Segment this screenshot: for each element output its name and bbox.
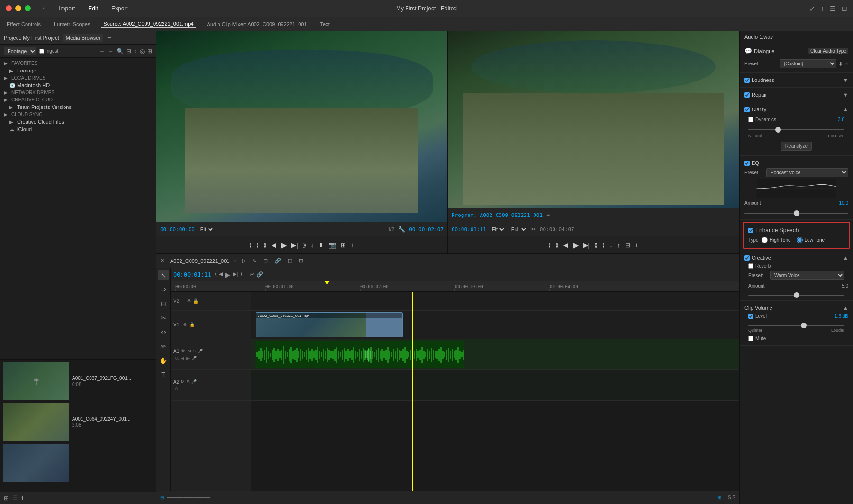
a1-vol-right[interactable]: ▶ bbox=[186, 356, 190, 360]
tl-link-btn[interactable]: 🔗 bbox=[256, 271, 263, 278]
info-icon[interactable]: ℹ bbox=[21, 495, 24, 502]
enhance-speech-checkbox[interactable] bbox=[748, 228, 753, 233]
program-timecode[interactable]: 00:00:01:11 bbox=[452, 226, 486, 233]
low-tone-radio[interactable] bbox=[797, 237, 803, 243]
fullscreen-button[interactable] bbox=[25, 5, 31, 11]
mute-checkbox[interactable] bbox=[748, 336, 753, 341]
creative-cloud-section[interactable]: ▶ Creative Cloud bbox=[0, 96, 156, 103]
creative-amount-slider[interactable] bbox=[748, 295, 844, 296]
tab-lumetri[interactable]: Lumetri Scopes bbox=[52, 20, 92, 28]
sort-icon[interactable]: ↕ bbox=[134, 48, 137, 54]
level-checkbox[interactable] bbox=[748, 314, 753, 319]
tl-mark-btn[interactable]: ⟨ bbox=[215, 271, 217, 279]
ingest-checkbox[interactable] bbox=[39, 49, 44, 54]
grid-view-icon[interactable]: ⊞ bbox=[4, 495, 9, 502]
video-clip[interactable]: A002_C009_092221_001.mp4 bbox=[256, 312, 403, 337]
step-forward-btn[interactable]: ⟫ bbox=[303, 242, 306, 249]
prog-extract[interactable]: ⊟ bbox=[625, 242, 630, 249]
edit-menu[interactable]: Edit bbox=[86, 4, 100, 13]
repair-expand-icon[interactable]: ▼ bbox=[843, 92, 848, 98]
creative-cloud-files[interactable]: ▶ Creative Cloud Files bbox=[0, 118, 156, 126]
a1-mic-btn[interactable]: 🎤 bbox=[198, 349, 203, 353]
local-drives-section[interactable]: ▶ Local Drives bbox=[0, 74, 156, 81]
zoom-slider[interactable]: ───────────── bbox=[167, 495, 715, 500]
panel-menu-icon[interactable]: ☰ bbox=[107, 35, 111, 40]
import-menu[interactable]: Import bbox=[57, 4, 77, 13]
reverb-checkbox[interactable] bbox=[748, 263, 753, 269]
v2-track-row[interactable] bbox=[251, 292, 739, 311]
prog-mark-out[interactable]: ⟩ bbox=[602, 242, 605, 249]
scissors-icon[interactable]: ✂ bbox=[531, 226, 536, 233]
v2-eye-btn[interactable]: 👁 bbox=[187, 298, 191, 304]
a1-m-btn[interactable]: M bbox=[187, 349, 191, 353]
clip-volume-expand-icon[interactable]: ▲ bbox=[843, 305, 848, 311]
a2-mic-btn[interactable]: 🎤 bbox=[191, 379, 197, 384]
prog-insert[interactable]: ↓ bbox=[609, 242, 613, 249]
footage-folder[interactable]: ▶ Footage bbox=[0, 67, 156, 74]
tab-effect-controls[interactable]: Effect Controls bbox=[5, 20, 43, 28]
list-icon[interactable]: ⊞ bbox=[147, 48, 152, 54]
level-slider[interactable] bbox=[748, 325, 844, 326]
razor-tool[interactable]: ✂ bbox=[158, 313, 169, 323]
creative-expand-icon[interactable]: ▲ bbox=[843, 255, 848, 261]
dynamics-checkbox[interactable] bbox=[748, 117, 753, 122]
a2-s-btn[interactable]: S bbox=[187, 379, 190, 384]
close-button[interactable] bbox=[6, 5, 12, 11]
hand-tool[interactable]: ✋ bbox=[158, 355, 169, 366]
prog-mark-in[interactable]: ⟨ bbox=[548, 242, 551, 249]
prev-frame-btn[interactable]: ◀ bbox=[272, 242, 276, 249]
a1-track-row[interactable] bbox=[251, 339, 739, 370]
home-icon[interactable]: ⌂ bbox=[40, 4, 47, 13]
export-menu[interactable]: Export bbox=[109, 4, 130, 13]
forward-icon[interactable]: → bbox=[108, 48, 114, 54]
minimize-button[interactable] bbox=[15, 5, 21, 11]
export-btn[interactable]: ⊞ bbox=[341, 242, 346, 249]
pen-tool[interactable]: ✏ bbox=[158, 341, 169, 351]
list-item[interactable]: ✝ A001_C037_0921FG_001... 0:08 bbox=[2, 361, 154, 401]
eq-checkbox[interactable] bbox=[744, 161, 750, 166]
footage-dropdown[interactable]: Footage bbox=[4, 47, 36, 55]
next-frame-btn[interactable]: ▶| bbox=[291, 242, 298, 249]
prog-add[interactable]: + bbox=[635, 242, 639, 249]
prog-prev-frame[interactable]: ◀ bbox=[563, 242, 568, 249]
a2-track-row[interactable] bbox=[251, 370, 739, 401]
fullscreen-icon[interactable]: ⤢ bbox=[809, 5, 815, 12]
panels-icon[interactable]: ☰ bbox=[830, 5, 836, 12]
search-icon[interactable]: 🔍 bbox=[117, 48, 124, 54]
tl-back-btn[interactable]: ◀ bbox=[219, 271, 223, 279]
macintosh-hd[interactable]: 💽 Macintosh HD bbox=[0, 81, 156, 89]
add-btn[interactable]: + bbox=[351, 242, 354, 249]
dynamics-slider[interactable] bbox=[748, 129, 844, 130]
lift-btn[interactable]: ↻ bbox=[251, 257, 259, 265]
program-quality-dropdown[interactable]: Full bbox=[509, 226, 527, 233]
timeline-current-time[interactable]: 00:00:01:11 bbox=[173, 271, 211, 278]
source-fit-dropdown[interactable]: Fit bbox=[199, 226, 214, 233]
a2-m-btn[interactable]: M bbox=[181, 379, 185, 384]
loudness-checkbox[interactable] bbox=[744, 78, 750, 83]
creative-checkbox[interactable] bbox=[744, 255, 750, 261]
prog-play[interactable]: ▶ bbox=[573, 241, 579, 250]
preset-download-icon[interactable]: ⬇ bbox=[838, 61, 843, 67]
prog-step-fwd[interactable]: ⟫ bbox=[594, 242, 598, 249]
exit-fullscreen-icon[interactable]: ⊡ bbox=[842, 5, 847, 12]
source-timecode[interactable]: 00:00:00:00 bbox=[160, 226, 195, 233]
back-icon[interactable]: ← bbox=[100, 48, 105, 54]
clarity-checkbox[interactable] bbox=[744, 107, 750, 112]
high-tone-radio[interactable] bbox=[762, 237, 768, 243]
a1-eye-btn[interactable]: 👁 bbox=[181, 349, 185, 353]
v2-lock-btn[interactable]: 🔒 bbox=[193, 298, 199, 304]
track-select-tool[interactable]: ⇒ bbox=[158, 284, 169, 295]
program-menu-icon[interactable]: ≡ bbox=[546, 212, 550, 218]
add-marker-btn[interactable]: ▷ bbox=[240, 257, 248, 265]
mark-in-btn[interactable]: ⟨ bbox=[249, 242, 252, 249]
a1-s-btn[interactable]: S bbox=[193, 349, 196, 353]
ripple-edit-tool[interactable]: ⊟ bbox=[158, 298, 169, 309]
selection-tool[interactable]: ↖ bbox=[158, 270, 169, 280]
v1-track-row[interactable]: A002_C009_092221_001.mp4 bbox=[251, 311, 739, 339]
slip-tool[interactable]: ⇔ bbox=[158, 327, 169, 337]
high-tone-option[interactable]: High Tone bbox=[762, 237, 791, 243]
team-projects[interactable]: ▶ Team Projects Versions bbox=[0, 103, 156, 111]
ripple-btn[interactable]: ⊞ bbox=[297, 257, 305, 265]
prog-next-frame[interactable]: ▶| bbox=[583, 242, 590, 249]
tl-scissor-btn[interactable]: ✂ bbox=[250, 271, 254, 278]
